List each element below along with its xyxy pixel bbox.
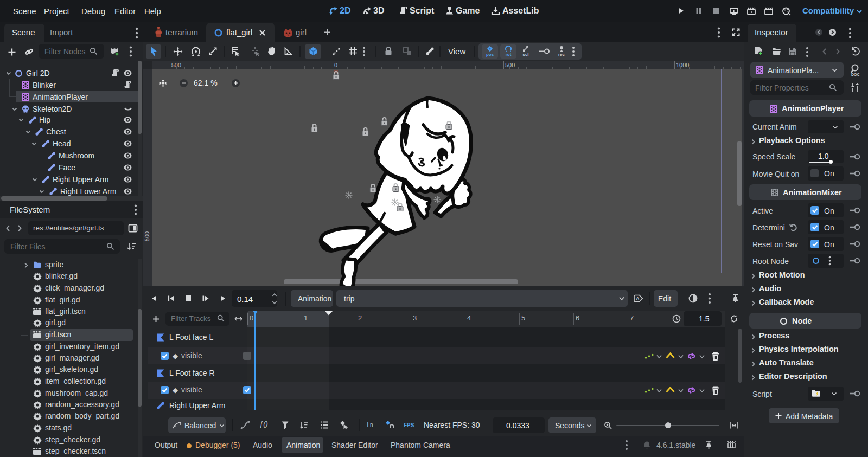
svg-text:A: A bbox=[636, 296, 640, 301]
svg-text:DOC: DOC bbox=[851, 73, 860, 76]
